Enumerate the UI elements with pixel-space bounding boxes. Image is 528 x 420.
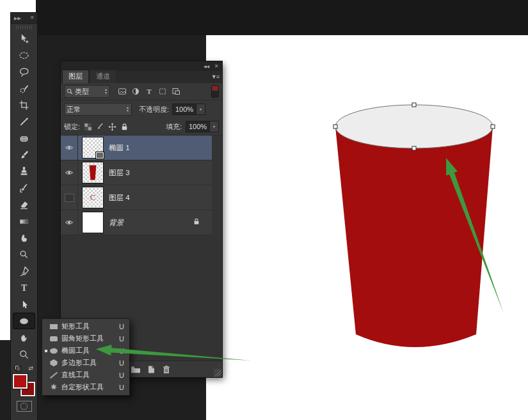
layer-thumbnail[interactable] — [83, 213, 102, 232]
new-group-icon[interactable] — [131, 365, 141, 373]
menu-item-label: 椭圆工具 — [61, 346, 119, 355]
eraser-tool[interactable] — [11, 196, 37, 213]
blend-mode-row: 正常 ▲▼ 不透明度: 100% ▼ — [61, 100, 222, 118]
delete-layer-icon[interactable] — [162, 365, 171, 374]
cup-artwork — [206, 35, 528, 420]
foreground-color-swatch[interactable] — [13, 374, 28, 389]
search-icon — [67, 88, 73, 95]
filter-type-icon[interactable]: T — [145, 87, 154, 96]
filter-adjustment-icon[interactable] — [131, 87, 140, 96]
fill-dropdown-icon[interactable]: ▼ — [210, 121, 219, 132]
lock-row: 锁定: 填充: 100% ▼ — [61, 118, 222, 136]
panel-tabs: 图层 通道 ▼≡ — [61, 71, 222, 83]
tab-channels[interactable]: 通道 — [90, 70, 116, 83]
cup-body-shape — [335, 127, 493, 347]
dodge-tool[interactable] — [11, 246, 37, 263]
clone-stamp-tool[interactable] — [11, 163, 37, 180]
tab-layers[interactable]: 图层 — [62, 70, 89, 83]
rectangle-tool-icon — [49, 323, 61, 331]
path-selection-tool[interactable] — [11, 296, 37, 313]
close-panel-icon[interactable]: × — [30, 15, 34, 21]
default-colors-icon[interactable] — [15, 365, 21, 371]
filter-type-dropdown[interactable]: 类型 ▲▼ — [64, 85, 110, 98]
filter-shape-icon[interactable] — [158, 87, 167, 96]
visibility-toggle[interactable] — [61, 210, 78, 235]
healing-brush-tool[interactable] — [11, 130, 37, 146]
eyedropper-tool[interactable] — [11, 113, 37, 130]
opacity-field[interactable]: 100% ▼ — [172, 104, 205, 115]
layer-row-background[interactable]: 背景 — [61, 210, 212, 235]
layer-name[interactable]: 椭圆 1 — [109, 143, 212, 153]
filter-toggle-switch[interactable] — [211, 85, 219, 98]
layer-row-ellipse1[interactable]: 椭圆 1 — [61, 136, 212, 160]
fill-value[interactable]: 100% — [186, 121, 210, 132]
menu-item-line-tool[interactable]: 直线工具 U — [42, 369, 129, 381]
brush-tool[interactable] — [11, 146, 37, 163]
opacity-value[interactable]: 100% — [172, 104, 196, 115]
history-brush-tool[interactable] — [11, 180, 37, 196]
lock-paint-icon[interactable] — [96, 123, 104, 131]
ellipse-tool-icon — [49, 347, 61, 355]
visibility-toggle[interactable] — [61, 136, 78, 160]
layer-name[interactable]: 图层 3 — [109, 168, 212, 178]
visibility-toggle[interactable] — [61, 160, 78, 185]
lock-position-icon[interactable] — [108, 123, 116, 131]
menu-item-polygon-tool[interactable]: 多边形工具 U — [42, 357, 129, 369]
panel-grip[interactable] — [16, 26, 32, 29]
layer-row-layer4[interactable]: C 图层 4 — [61, 185, 212, 210]
layer-name[interactable]: 图层 4 — [109, 193, 212, 203]
layer-filter-row: 类型 ▲▼ T — [61, 83, 222, 100]
blend-mode-dropdown[interactable]: 正常 ▲▼ — [64, 103, 132, 116]
collapse-panel-icon[interactable]: ◀◀ — [204, 64, 209, 68]
menu-item-shortcut: U — [119, 347, 129, 355]
menu-item-shortcut: U — [119, 359, 129, 367]
type-tool[interactable]: T — [11, 279, 37, 296]
quick-selection-tool[interactable] — [11, 80, 37, 97]
move-tool[interactable] — [11, 30, 37, 47]
elliptical-marquee-tool[interactable] — [11, 47, 37, 63]
lock-label: 锁定: — [64, 122, 80, 132]
gradient-tool[interactable] — [11, 213, 37, 229]
menu-item-ellipse-tool[interactable]: 椭圆工具 U — [42, 345, 129, 357]
shape-tool-menu: 矩形工具 U 圆角矩形工具 U 椭圆工具 U 多边形工具 U 直线工具 U — [42, 318, 130, 396]
lock-all-icon[interactable] — [120, 123, 129, 131]
menu-item-label: 直线工具 — [61, 370, 119, 380]
layer-name[interactable]: 背景 — [109, 218, 193, 228]
document-canvas[interactable] — [206, 35, 528, 420]
filter-image-icon[interactable] — [118, 87, 127, 96]
swap-colors-icon[interactable]: ⇄ — [28, 365, 33, 371]
hidden-eye-box — [65, 194, 74, 202]
ellipse-tool[interactable] — [13, 313, 35, 329]
hand-tool[interactable] — [11, 329, 37, 346]
opacity-dropdown-icon[interactable]: ▼ — [196, 104, 205, 115]
zoom-tool[interactable] — [11, 346, 37, 362]
cup-thumbnail-art — [83, 163, 102, 182]
panel-resize-grip[interactable] — [214, 369, 221, 377]
collapse-panel-icon[interactable]: ▶▶ — [14, 16, 21, 20]
panel-menu-icon[interactable]: ▼≡ — [211, 74, 219, 80]
visibility-toggle[interactable] — [61, 185, 78, 210]
layer-row-layer3[interactable]: 图层 3 — [61, 160, 212, 185]
desktop-left-strip — [0, 13, 11, 340]
lock-transparency-icon[interactable] — [84, 123, 92, 131]
new-layer-icon[interactable] — [147, 365, 156, 374]
layer-thumbnail[interactable] — [83, 163, 102, 182]
smudge-tool[interactable] — [11, 229, 37, 246]
menu-item-rectangle-tool[interactable]: 矩形工具 U — [42, 320, 129, 332]
fill-label: 填充: — [166, 122, 182, 132]
opacity-label: 不透明度: — [139, 105, 169, 114]
tools-panel: ▶▶ × T ⇄ — [11, 13, 37, 420]
menu-item-rounded-rectangle-tool[interactable]: 圆角矩形工具 U — [42, 332, 129, 345]
fill-field[interactable]: 100% ▼ — [186, 121, 219, 132]
close-panel-icon[interactable]: × — [214, 63, 218, 70]
lasso-tool[interactable] — [11, 63, 37, 80]
layer-thumbnail[interactable] — [83, 138, 102, 157]
layer-thumbnail[interactable]: C — [83, 188, 102, 207]
quick-mask-button[interactable] — [17, 401, 32, 412]
crop-tool[interactable] — [11, 97, 37, 113]
menu-item-custom-shape-tool[interactable]: 自定形状工具 U — [42, 381, 129, 393]
menu-item-label: 多边形工具 — [61, 358, 119, 368]
line-tool-icon — [49, 371, 61, 379]
filter-smart-object-icon[interactable] — [172, 87, 180, 96]
pen-tool[interactable] — [11, 263, 37, 279]
